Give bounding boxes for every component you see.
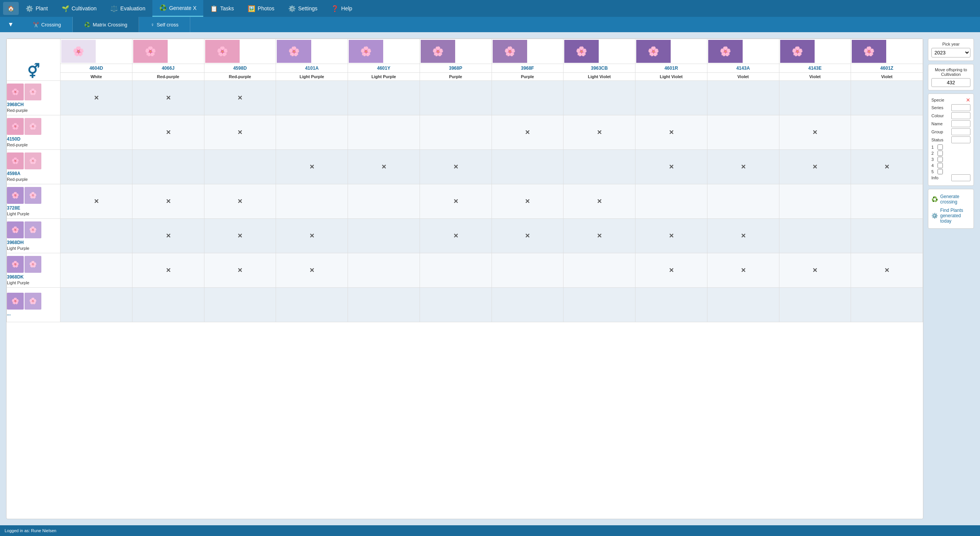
cross-cell-4150D-4601Z[interactable]: [851, 115, 923, 150]
cross-cell-4598A-3963CB[interactable]: [564, 150, 635, 184]
cross-cell-3968DH-4143E[interactable]: [779, 219, 851, 253]
home-button[interactable]: 🏠: [3, 2, 19, 15]
cross-cell-3968DK-3968P[interactable]: [420, 253, 492, 288]
sub-nav-dropdown[interactable]: ▼: [0, 17, 21, 32]
cross-cell-3968DK-3968F[interactable]: [492, 253, 564, 288]
cross-cell-4150D-4601Y[interactable]: [348, 115, 420, 150]
cross-cell-3968DH-3968F[interactable]: ✕: [492, 219, 564, 253]
num-4-checkbox[interactable]: [938, 163, 943, 168]
cross-cell-...-4604D[interactable]: [60, 288, 132, 322]
num-5-checkbox[interactable]: [938, 169, 943, 174]
cross-cell-3728E-4101A[interactable]: [276, 184, 348, 219]
cross-cell-...-4601R[interactable]: [635, 288, 707, 322]
cross-cell-4150D-4604D[interactable]: [60, 115, 132, 150]
cross-cell-...-4598D[interactable]: [204, 288, 276, 322]
cross-cell-...-3968P[interactable]: [420, 288, 492, 322]
cross-cell-3968CH-4601R[interactable]: [635, 81, 707, 115]
cross-cell-4598A-4598D[interactable]: [204, 150, 276, 184]
colour-input[interactable]: [951, 112, 970, 119]
cross-cell-3968CH-4601Z[interactable]: [851, 81, 923, 115]
cross-cell-3728E-3968P[interactable]: ✕: [420, 184, 492, 219]
num-2-checkbox[interactable]: [938, 151, 943, 156]
status-input[interactable]: [951, 136, 970, 143]
find-plants-btn[interactable]: ⚙️ Find Plants generated today: [931, 206, 970, 225]
nav-photos[interactable]: 🖼️ Photos: [241, 0, 281, 17]
cross-cell-4598A-4143E[interactable]: ✕: [779, 150, 851, 184]
nav-help[interactable]: ❓ Help: [324, 0, 359, 17]
cross-cell-3728E-3963CB[interactable]: ✕: [564, 184, 635, 219]
cross-cell-...-4066J[interactable]: [132, 288, 204, 322]
cross-cell-4598A-4066J[interactable]: [132, 150, 204, 184]
cross-cell-3968DH-4604D[interactable]: [60, 219, 132, 253]
cross-cell-...-3968F[interactable]: [492, 288, 564, 322]
cross-cell-3968DK-4143E[interactable]: ✕: [779, 253, 851, 288]
nav-tasks[interactable]: 📋 Tasks: [203, 0, 241, 17]
name-input[interactable]: [951, 120, 970, 127]
cross-cell-3968CH-4101A[interactable]: [276, 81, 348, 115]
cross-cell-3968DK-4101A[interactable]: ✕: [276, 253, 348, 288]
cross-cell-3968CH-4598D[interactable]: ✕: [204, 81, 276, 115]
num-3-checkbox[interactable]: [938, 157, 943, 162]
cross-cell-...-4143E[interactable]: [779, 288, 851, 322]
cross-cell-4598A-4601Z[interactable]: ✕: [851, 150, 923, 184]
cross-cell-4150D-3968F[interactable]: ✕: [492, 115, 564, 150]
cross-cell-4150D-4143A[interactable]: [707, 115, 779, 150]
cross-cell-3728E-4601R[interactable]: [635, 184, 707, 219]
cross-cell-3968CH-3968P[interactable]: [420, 81, 492, 115]
cross-cell-3968CH-4604D[interactable]: ✕: [60, 81, 132, 115]
cross-cell-3968DK-4143A[interactable]: ✕: [707, 253, 779, 288]
nav-settings[interactable]: ⚙️ Settings: [281, 0, 325, 17]
cross-cell-3968CH-4066J[interactable]: ✕: [132, 81, 204, 115]
cross-cell-3968DK-4604D[interactable]: [60, 253, 132, 288]
cross-cell-4150D-4601R[interactable]: ✕: [635, 115, 707, 150]
cross-cell-4150D-4598D[interactable]: ✕: [204, 115, 276, 150]
cross-cell-3728E-3968F[interactable]: ✕: [492, 184, 564, 219]
sub-nav-self-cross[interactable]: ♀️ Self cross: [139, 17, 190, 32]
info-input[interactable]: [951, 174, 970, 181]
cross-cell-3968DH-3968P[interactable]: ✕: [420, 219, 492, 253]
series-input[interactable]: [951, 104, 970, 111]
generate-crossing-btn[interactable]: ♻️ Generate crossing: [931, 192, 970, 206]
cross-cell-4598A-3968F[interactable]: [492, 150, 564, 184]
cross-cell-...-3963CB[interactable]: [564, 288, 635, 322]
cross-cell-3728E-4066J[interactable]: ✕: [132, 184, 204, 219]
cross-cell-3728E-4601Z[interactable]: [851, 184, 923, 219]
group-input[interactable]: [951, 128, 970, 135]
cross-cell-4150D-3968P[interactable]: [420, 115, 492, 150]
cross-cell-3968DH-4601Y[interactable]: [348, 219, 420, 253]
cross-cell-3968DH-4066J[interactable]: ✕: [132, 219, 204, 253]
nav-plant[interactable]: ⚙️ Plant: [19, 0, 55, 17]
cross-cell-...-4143A[interactable]: [707, 288, 779, 322]
cross-cell-3968DH-3963CB[interactable]: ✕: [564, 219, 635, 253]
cross-cell-3728E-4601Y[interactable]: [348, 184, 420, 219]
cross-cell-4598A-4101A[interactable]: ✕: [276, 150, 348, 184]
cross-cell-4150D-4143E[interactable]: ✕: [779, 115, 851, 150]
cross-cell-3968CH-4601Y[interactable]: [348, 81, 420, 115]
cross-cell-3728E-4604D[interactable]: ✕: [60, 184, 132, 219]
cross-cell-3968CH-3963CB[interactable]: [564, 81, 635, 115]
cross-cell-3968DK-4601Y[interactable]: [348, 253, 420, 288]
cross-cell-3968DK-4601R[interactable]: ✕: [635, 253, 707, 288]
cross-cell-...-4101A[interactable]: [276, 288, 348, 322]
cross-cell-3968CH-3968F[interactable]: [492, 81, 564, 115]
cross-cell-3728E-4143E[interactable]: [779, 184, 851, 219]
nav-cultivation[interactable]: 🌱 Cultivation: [55, 0, 103, 17]
cross-cell-3728E-4598D[interactable]: ✕: [204, 184, 276, 219]
cross-cell-3968DH-4101A[interactable]: ✕: [276, 219, 348, 253]
offspring-input[interactable]: [931, 78, 970, 87]
specie-clear-icon[interactable]: ✕: [966, 97, 970, 103]
cross-cell-3968CH-4143A[interactable]: [707, 81, 779, 115]
cross-cell-4598A-4601Y[interactable]: ✕: [348, 150, 420, 184]
cross-cell-3968DH-4143A[interactable]: ✕: [707, 219, 779, 253]
cross-cell-3968DH-4601Z[interactable]: [851, 219, 923, 253]
cross-cell-4150D-4066J[interactable]: ✕: [132, 115, 204, 150]
cross-cell-4150D-3963CB[interactable]: ✕: [564, 115, 635, 150]
cross-cell-4598A-4604D[interactable]: [60, 150, 132, 184]
nav-generate-x[interactable]: ♻️ Generate X: [152, 0, 204, 17]
cross-cell-4150D-4101A[interactable]: [276, 115, 348, 150]
cross-cell-3728E-4143A[interactable]: [707, 184, 779, 219]
cross-cell-...-4601Y[interactable]: [348, 288, 420, 322]
cross-cell-3968DK-3963CB[interactable]: [564, 253, 635, 288]
cross-cell-3968DH-4601R[interactable]: ✕: [635, 219, 707, 253]
sub-nav-matrix-crossing[interactable]: ♻️ Matrix Crossing: [73, 17, 139, 32]
